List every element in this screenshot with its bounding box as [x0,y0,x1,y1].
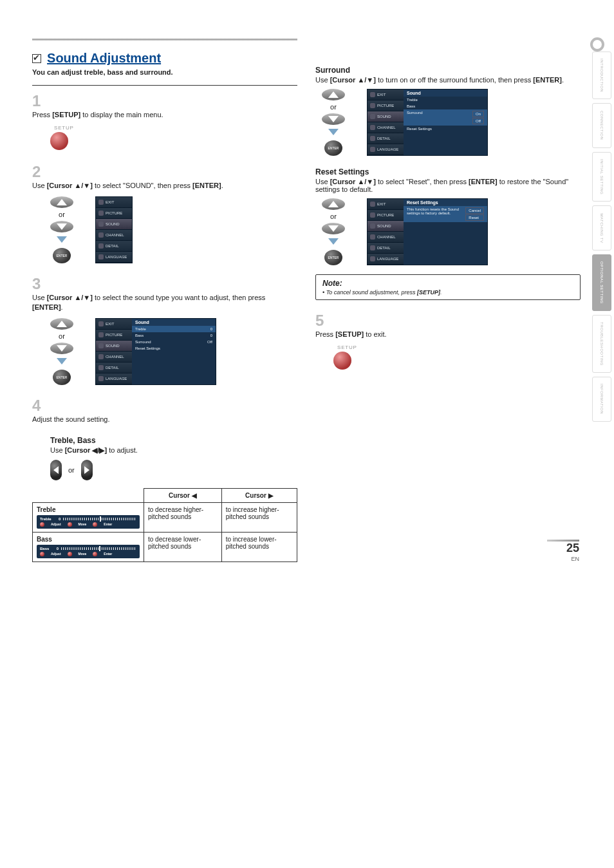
osd-item-channel: CHANNEL [96,230,132,241]
arrow-down-icon [57,236,67,243]
step-5: 5 Press [SETUP] to exit. SETUP [315,312,581,371]
side-tab-introduction[interactable]: INTRODUCTION [592,52,611,99]
arrow-down-icon [328,129,339,135]
setup-button-icon [50,132,68,150]
osd-screenshot-menu: EXIT PICTURE SOUND CHANNEL DETAIL LANGUA… [95,196,133,263]
enter-button-icon: ENTER [53,370,71,385]
step-number: 3 [32,275,48,293]
step-text: Press [SETUP] to exit. [315,330,564,339]
osd-item-exit: EXIT [96,197,132,208]
or-text: or [330,103,337,111]
enter-button-icon: ENTER [53,248,71,263]
side-tabs: INTRODUCTION CONNECTION INITIAL SETTING … [592,13,611,562]
enter-button-icon: ENTER [324,140,342,156]
adjust-table: Cursor ◀ Cursor ▶ Treble Treble 0 Adjust… [32,488,297,562]
side-tab-connection[interactable]: CONNECTION [592,103,611,148]
step-number: 2 [32,163,48,181]
setup-button-label: SETUP [54,125,297,131]
page-subtitle: You can adjust treble, bass and surround… [32,68,297,76]
page-footer: 25 EN [547,540,579,562]
page-title: Sound Adjustment [47,51,161,65]
surround-instruction: Use [Cursor ▲/▼] to turn on or off the s… [315,76,581,84]
setup-button-icon [333,352,351,370]
bass-slider-widget: Bass 0 AdjustMoveEnter [37,545,140,558]
table-row-bass: Bass Bass 0 AdjustMoveEnter [33,532,144,561]
treble-bass-instruction: Use [Cursor ◀/▶] to adjust. [50,446,297,455]
side-tab-watching-tv[interactable]: WATCHING TV [592,205,611,250]
osd-item-language: LANGUAGE [96,252,132,263]
step-4: 4 Adjust the sound setting. [32,397,297,424]
osd-screenshot-surround: EXIT PICTURE SOUND CHANNEL DETAIL LANGUA… [367,89,488,156]
side-tab-optional-setting[interactable]: OPTIONAL SETTING [592,254,611,311]
cursor-up-button [322,198,345,210]
step-text: Adjust the sound setting. [32,415,281,424]
section-rule [32,85,297,86]
step-3: 3 Use [Cursor ▲/▼] to select the sound t… [32,275,297,385]
cursor-up-button [50,196,73,208]
osd-item-picture: PICTURE [96,208,132,219]
step-2: 2 Use [Cursor ▲/▼] to select "SOUND", th… [32,163,297,263]
table-head-left: Cursor ◀ [144,488,222,502]
osd-item-sound: SOUND [96,219,132,230]
surround-heading: Surround [315,66,581,75]
cursor-left-button [50,460,62,480]
reset-heading: Reset Settings [315,167,581,176]
step-text: Use [Cursor ▲/▼] to select the sound typ… [32,293,281,313]
note-box: Note: • To cancel sound adjustment, pres… [315,274,581,300]
note-title: Note: [322,279,573,288]
or-text: or [59,332,65,340]
step-number: 5 [315,312,331,330]
step-text: Use [Cursor ▲/▼] to select "SOUND", then… [32,181,281,191]
setup-button-label: SETUP [337,344,581,350]
osd-item-detail: DETAIL [96,241,132,252]
side-tab-initial-setting[interactable]: INITIAL SETTING [592,152,611,202]
cursor-down-button [50,343,73,354]
or-text: or [330,212,337,220]
cursor-down-button [50,221,73,232]
arrow-down-icon [328,238,339,245]
step-text: Press [SETUP] to display the main menu. [32,110,281,120]
checkbox-icon [32,54,41,63]
enter-button-icon: ENTER [324,250,342,265]
or-text: or [59,211,65,218]
cursor-up-button [322,89,345,100]
treble-slider-widget: Treble 0 AdjustMoveEnter [37,515,140,529]
treble-bass-heading: Treble, Bass [50,436,297,445]
reset-instruction: Use [Cursor ▲/▼] to select "Reset", then… [315,178,581,193]
top-rule [32,39,297,41]
side-tab-troubleshooting[interactable]: TROUBLESHOOTING [592,315,611,373]
side-tab-information[interactable]: INFORMATION [592,377,611,422]
osd-screenshot-reset: EXIT PICTURE SOUND CHANNEL DETAIL LANGUA… [367,198,488,265]
cursor-up-button [50,318,73,330]
table-row-treble: Treble Treble 0 AdjustMoveEnter [33,502,144,532]
page-number: 25 [547,542,579,555]
note-body: • To cancel sound adjustment, press [SET… [322,289,573,296]
or-text: or [68,466,75,474]
cursor-right-button [81,460,93,480]
step-1: 1 Press [SETUP] to display the main menu… [32,92,297,151]
cursor-down-button [322,223,345,234]
osd-screenshot-sound: EXIT PICTURE SOUND CHANNEL DETAIL LANGUA… [95,318,216,385]
table-head-right: Cursor ▶ [221,488,297,502]
page-lang: EN [547,556,579,562]
cursor-down-button [322,113,345,125]
step-number: 4 [32,397,48,415]
step-number: 1 [32,92,48,110]
arrow-down-icon [57,358,67,364]
